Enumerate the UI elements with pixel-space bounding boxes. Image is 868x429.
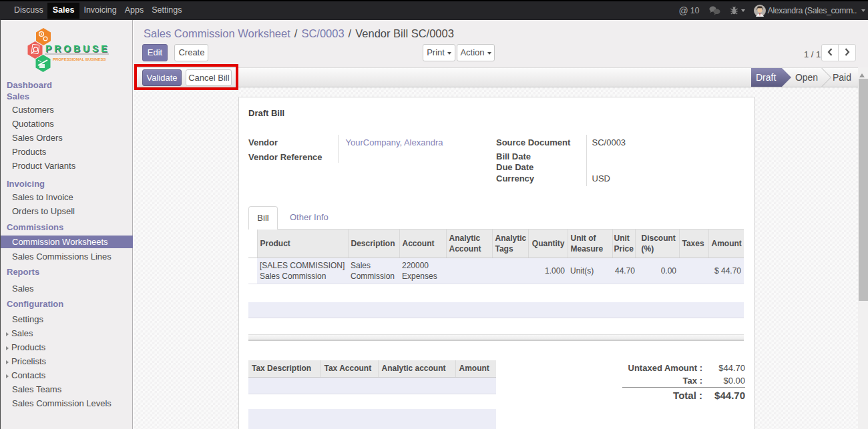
svg-text:PROFESSIONAL BUSINESS: PROFESSIONAL BUSINESS <box>53 57 106 61</box>
svg-text:PROBUSE: PROBUSE <box>45 43 110 54</box>
